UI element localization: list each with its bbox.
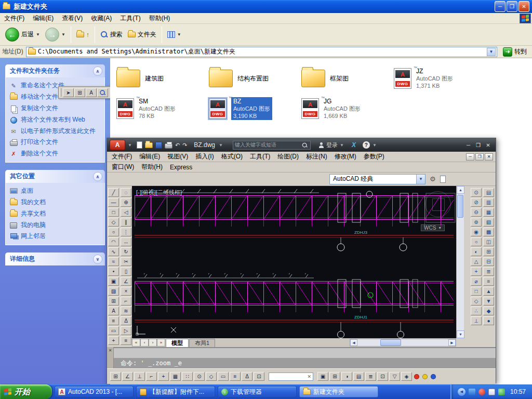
properties-tool-icon[interactable]: ◫ [483,237,494,246]
tray-icon-1[interactable] [469,389,475,395]
osnap-tool-icon[interactable]: ◐ [471,247,482,256]
start-button[interactable]: 开始 [0,384,52,399]
draw-tool-icon[interactable]: ○ [108,228,119,236]
command-close-icon[interactable]: ✕ [109,348,112,368]
collapse-chevron-icon[interactable]: ∧ [93,66,102,76]
menu-item[interactable]: 插入(I) [192,152,217,162]
draw-tool-icon[interactable]: + [108,336,119,345]
status-tool-icon[interactable]: ▭ [218,372,229,381]
properties-tool-icon[interactable]: ≣ [483,267,494,276]
close-button[interactable]: ✕ [518,1,529,12]
menu-item[interactable]: 视图(V) [164,152,192,162]
osnap-tool-icon[interactable]: ◉ [471,228,482,236]
exchange-apps-icon[interactable]: X [352,141,356,149]
osnap-tool-icon[interactable]: ⊖ [471,208,482,217]
menu-item[interactable]: 收藏(A) [87,13,116,24]
modify-tool-icon[interactable]: ≡ [121,336,131,345]
scroll-left-icon[interactable]: ◀ [350,339,357,346]
task-publish-web[interactable]: 将这个文件发布到 Web [9,116,101,124]
help-search-input[interactable]: 键入关键字或短语 [233,141,311,150]
drawing-canvas[interactable]: ZDHJ3 [132,186,456,338]
plot-icon[interactable] [165,143,172,149]
modify-tool-icon[interactable]: ∥ [121,218,131,227]
blue-status-dot[interactable] [431,374,436,379]
modify-tool-icon[interactable]: × [121,287,131,296]
menu-item[interactable]: 工具(T) [246,152,274,162]
file-tile-folder-3[interactable]: 框架图 [299,63,392,94]
address-input[interactable]: C:\Documents and Settings\Administrator\… [26,47,497,57]
collapse-chevron-icon[interactable]: ∧ [93,172,102,181]
help-icon[interactable]: ? [363,141,370,149]
place-my-computer[interactable]: 我的电脑 [9,222,101,229]
tab-arrow-button[interactable]: ‹ [140,339,149,347]
tray-icon-2[interactable] [478,389,485,395]
place-my-documents[interactable]: 我的文档 [9,199,101,206]
scroll-down-icon[interactable]: ▼ [457,330,464,338]
properties-tool-icon[interactable]: ⊞ [483,247,494,256]
properties-tool-icon[interactable]: ▼ [483,297,494,305]
forward-dropdown[interactable]: ▼ [61,32,65,37]
draw-tool-icon[interactable]: • [108,267,119,276]
osnap-tool-icon[interactable]: ◇ [471,297,482,305]
properties-tool-icon[interactable]: ⊟ [483,257,494,266]
menu-item[interactable]: 绘图(D) [274,152,302,162]
place-network[interactable]: 网上邻居 [9,233,101,240]
red-status-dot[interactable] [414,374,419,379]
menu-item[interactable]: 文件(F) [0,13,29,24]
views-button[interactable]: ▼ [165,30,183,39]
draw-tool-icon[interactable]: ▣ [108,277,119,286]
menu-item[interactable]: 帮助(H) [145,13,175,24]
osnap-tool-icon[interactable]: ⊙ [471,188,482,197]
properties-tool-icon[interactable]: ▩ [483,228,494,236]
status-tool-icon[interactable]: ⊡ [254,372,264,381]
draw-tool-icon[interactable]: ≈ [108,257,119,266]
menu-item[interactable]: 工具(T) [116,13,144,24]
properties-tool-icon[interactable]: ▧ [483,218,494,227]
status-tool-icon[interactable]: ◑ [341,372,352,381]
place-shared-documents[interactable]: 共享文档 [9,210,101,218]
properties-tool-icon[interactable]: ▦ [483,208,494,217]
status-tool-icon[interactable]: ▣ [317,372,328,381]
osnap-tool-icon[interactable]: ⊘ [471,198,482,207]
go-button[interactable]: ➜ 转到 [500,47,530,57]
tab-arrow-button[interactable]: » [157,339,165,347]
draw-tool-icon[interactable]: ◇ [108,218,119,227]
find-text-icon[interactable] [97,88,108,97]
tab-arrow-button[interactable]: « [132,339,140,347]
qat-dropdown[interactable]: ▼ [219,143,223,148]
app-menu-dropdown[interactable]: ▼ [128,143,132,148]
command-window-grip[interactable]: ✕ [107,347,114,368]
signin-button[interactable]: 登录 ▼ [318,141,344,149]
scrollbar-thumb[interactable] [380,339,401,346]
back-button[interactable]: ← 后退 ▼ [3,26,42,43]
minimize-button[interactable]: ─ [463,141,473,150]
file-tile-dwg-jz[interactable]: ADWG ™ JZ AutoCAD 图形 1,371 KB [392,63,484,94]
tab-layout1[interactable]: 布局1 [189,339,215,347]
hide-icons-chevron[interactable]: ◀ [458,388,466,396]
autocad-titlebar[interactable]: A ▼ ↶ ↷ BZ.dwg ▼ 键入关键字或短语 登录 ▼ X ? [107,138,496,152]
draw-tool-icon[interactable]: ⊞ [108,297,119,305]
modify-tool-icon[interactable]: ↔ [121,237,131,246]
command-line[interactable]: 命令: ' _.zoom _e [107,358,496,368]
toolbar-icon[interactable]: ⊞ [74,88,85,97]
toolbar-grip[interactable] [60,88,61,97]
status-tool-icon[interactable]: Δ [242,372,252,381]
up-button[interactable]: ↑ [74,30,91,39]
horizontal-scrollbar[interactable]: ◀ ▶ [350,339,456,347]
scrollbar-thumb[interactable] [457,195,463,218]
file-tile-dwg-jg[interactable]: ADWG ™ JG AutoCAD 图形 1,669 KB [299,94,392,124]
search-icon[interactable] [302,142,308,148]
scroll-up-icon[interactable]: ▲ [457,186,464,194]
properties-tool-icon[interactable]: ● [483,316,494,325]
properties-tool-icon[interactable]: ◆ [483,307,494,315]
workspace-settings-icon[interactable]: ⚙ [430,175,436,183]
close-button[interactable]: ✕ [483,141,493,150]
modify-tool-icon[interactable]: ▯ [121,267,131,276]
taskbar-button-autocad[interactable]: A AutoCAD 2013 - [... [55,386,134,397]
file-tasks-header[interactable]: 文件和文件夹任务 ∧ [5,64,105,77]
modify-tool-icon[interactable]: ⌐ [121,297,131,305]
status-tool-icon[interactable]: ▽ [389,372,400,381]
modify-tool-icon[interactable]: ∠ [121,277,131,286]
status-tool-icon[interactable]: ◈ [401,372,412,381]
status-field[interactable]: ✕ [269,373,313,381]
